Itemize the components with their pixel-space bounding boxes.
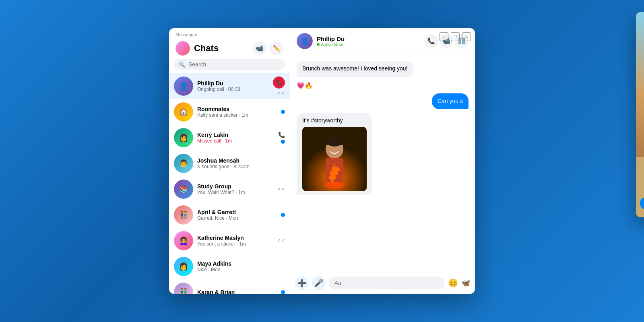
avatar-img: 👤 [174, 76, 193, 96]
chat-info: April & Garrett Garrett: Nice · Mon [197, 209, 277, 221]
app-title: Messenger [175, 32, 197, 37]
message-input[interactable] [329, 277, 445, 289]
new-chat-button[interactable]: ✏️ [270, 41, 283, 55]
search-bar[interactable]: 🔍 [174, 59, 285, 70]
chat-avatar: 👤 [174, 76, 193, 96]
chat-list: 👤 Phillip Du Ongoing call · 00:33 📞 ✓✓ 🏠… [169, 73, 290, 294]
mic-button[interactable]: 🎤 [312, 276, 326, 290]
read-receipt: ✓✓ [277, 90, 285, 96]
add-button[interactable]: ➕ [295, 276, 309, 290]
chat-header-info: Phillip Du Active Now [317, 35, 420, 47]
message-reactions: 💗🔥 [297, 82, 469, 89]
message-sent: Can you s [432, 93, 469, 109]
chat-name: Kerry Lakin [197, 132, 274, 138]
chat-name: Study Group [197, 183, 273, 190]
chat-item-joshua-mensah[interactable]: 👨 Joshua Mensah K sounds good · 8:24am [169, 151, 290, 176]
chat-info: Joshua Mensah K sounds good · 8:24am [197, 157, 281, 169]
chat-info: Roommates Kelly sent a sticker · 1m [197, 106, 277, 118]
chat-item-roommates[interactable]: 🏠 Roommates Kelly sent a sticker · 1m [169, 99, 290, 125]
close-button[interactable]: ✕ [462, 32, 471, 41]
chat-name: Katherine Maslyn [197, 235, 273, 241]
avatar-img: 👫 [174, 205, 193, 225]
chat-meta [281, 290, 285, 294]
minimize-button[interactable]: — [440, 32, 448, 41]
avatar-img: 👩 [174, 128, 193, 147]
chat-meta: ✓✓ [277, 186, 285, 192]
read-receipt: ✓✓ [277, 238, 285, 244]
avatar-img: 📚 [174, 180, 193, 199]
chat-avatar: 👩 [174, 128, 193, 147]
message-received: Brunch was awesome! I loved seeing you! [297, 61, 413, 77]
chat-name: Phillip Du [197, 80, 269, 87]
restore-button[interactable]: ❐ [451, 32, 460, 41]
message-text: Brunch was awesome! I loved seeing you! [302, 65, 407, 72]
avatar-img: 👩‍🦱 [174, 231, 193, 250]
chat-info: Kerry Lakin Missed call · 1m [197, 132, 274, 144]
app-title-bar: Messenger [169, 28, 290, 37]
chat-preview: K sounds good · 8:24am [197, 164, 281, 169]
unread-indicator [281, 213, 285, 217]
chat-contact-name: Phillip Du [317, 35, 420, 42]
chat-preview: Garrett: Nice · Mon [197, 215, 277, 221]
avatar-img: 👩 [174, 257, 193, 276]
phone-icon: 📞 [278, 132, 285, 138]
active-status-text: Active Now [321, 42, 343, 47]
chat-avatar: 👫 [174, 205, 193, 225]
search-input[interactable] [188, 61, 280, 68]
sidebar: Messenger Chats 📹 ✏️ 🔍 👤 Philli [169, 28, 290, 294]
user-avatar [175, 41, 190, 56]
active-dot [317, 43, 320, 46]
chat-item-maya-adkins[interactable]: 👩 Maya Adkins Nice · Mon [169, 254, 290, 279]
butterfly-button[interactable]: 🦋 [461, 279, 470, 287]
chat-preview: You sent a sticker · 1m [197, 241, 273, 247]
chat-item-kerry-lakin[interactable]: 👩 Kerry Lakin Missed call · 1m 📞 [169, 125, 290, 151]
window-controls: — ❐ ✕ [440, 32, 471, 41]
story-svg [302, 127, 367, 191]
chat-preview: You: Wait! What? · 1m [197, 190, 273, 195]
user-avatar-img [175, 41, 190, 56]
chat-meta [281, 110, 285, 114]
chat-item-katherine-maslyn[interactable]: 👩‍🦱 Katherine Maslyn You sent a sticker … [169, 228, 290, 254]
sidebar-header: Chats 📹 ✏️ [169, 37, 290, 59]
emoji-button[interactable]: 😊 [448, 278, 458, 288]
chat-header-avatar: 👤 [297, 33, 313, 49]
chat-avatar: 👩 [174, 257, 193, 276]
chat-info: Katherine Maslyn You sent a sticker · 1m [197, 235, 273, 247]
video-call-button[interactable]: 📹 [253, 41, 266, 55]
chat-meta: 📞 ✓✓ [273, 76, 285, 96]
chat-preview: Kelly sent a sticker · 1m [197, 112, 277, 118]
chat-item-study-group[interactable]: 📚 Study Group You: Wait! What? · 1m ✓✓ [169, 176, 290, 202]
chat-avatar: 👨 [174, 154, 193, 173]
chat-meta: 📞 [278, 132, 285, 144]
chat-name: Roommates [197, 106, 277, 112]
chat-info: Study Group You: Wait! What? · 1m [197, 183, 273, 195]
video-call-overlay: Omg we look great! ✕ [636, 12, 644, 217]
chat-item-april-garrett[interactable]: 👫 April & Garrett Garrett: Nice · Mon [169, 202, 290, 228]
chat-name: Joshua Mensah [197, 157, 281, 164]
svg-point-5 [324, 182, 345, 188]
end-call-button[interactable]: 📞 [273, 76, 285, 89]
storyworthy-image [302, 127, 367, 191]
main-video: Omg we look great! ✕ [636, 12, 644, 217]
search-icon: 🔍 [179, 62, 185, 68]
header-actions: 📹 ✏️ [253, 41, 283, 55]
chat-avatar: 👬 [174, 283, 193, 294]
chat-item-karan-brian[interactable]: 👬 Karan & Brian [169, 279, 290, 294]
chat-input-area: ➕ 🎤 😊 🦋 [290, 272, 475, 294]
message-storyworthy: It's #storyworthy [297, 113, 372, 195]
chat-preview: Ongoing call · 00:33 [197, 87, 269, 92]
chat-item-phillip-du[interactable]: 👤 Phillip Du Ongoing call · 00:33 📞 ✓✓ [169, 73, 290, 99]
chat-avatar: 🏠 [174, 102, 193, 122]
unread-indicator [281, 110, 285, 114]
avatar-img: 👬 [174, 283, 193, 294]
app-container: Messenger Chats 📹 ✏️ 🔍 👤 Philli [169, 28, 475, 294]
chat-preview: Nice · Mon [197, 267, 281, 272]
phone-call-button[interactable]: 📞 [424, 34, 438, 48]
unread-indicator [281, 290, 285, 294]
unread-indicator [281, 140, 285, 144]
chat-meta: ✓✓ [277, 238, 285, 244]
avatar-img: 🏠 [174, 102, 193, 122]
avatar-img: 👨 [174, 154, 193, 173]
message-text: Can you s [438, 98, 463, 104]
storyworthy-text: It's #storyworthy [302, 117, 367, 124]
